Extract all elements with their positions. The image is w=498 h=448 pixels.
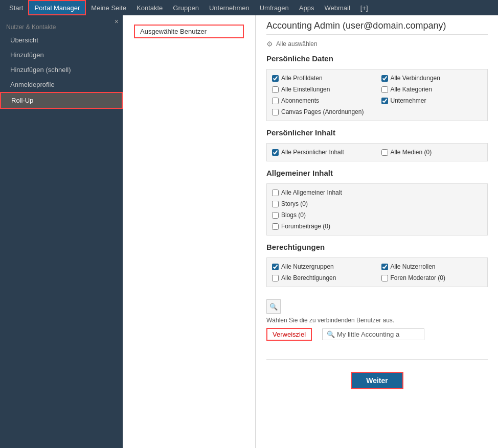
nav-item-plus[interactable]: [+] [355,0,373,15]
weiter-row: Weiter [266,365,488,396]
sidebar: × Nutzer & Kontakte Übersicht Hinzufügen… [0,15,123,448]
checkbox-blogs[interactable]: Blogs (0) [272,210,482,220]
nav-item-start[interactable]: Start [4,0,28,15]
search-icon: 🔍 [269,303,278,311]
sidebar-item-hinzufugen[interactable]: Hinzufügen [0,48,123,62]
select-all-label[interactable]: Alle auswählen [276,40,318,48]
search-row: 🔍 [266,299,488,314]
checkbox-alle-nutzergruppen[interactable]: Alle Nutzergruppen [272,262,373,271]
nav-item-webmail[interactable]: Webmail [319,0,355,15]
search-hint: Wählen Sie die zu verbindenden Benutzer … [266,317,488,324]
nav-item-meine-seite[interactable]: Meine Seite [86,0,131,15]
divider [266,359,488,360]
checkbox-alle-verbindungen[interactable]: Alle Verbindungen [381,74,483,83]
panel-title: Accounting Admin (user@domain.company) [266,20,488,35]
checkbox-grid-allgemeiner-inhalt: Alle Allgemeiner Inhalt Storys (0) Blogs… [266,183,488,235]
selected-users-label: Ausgewählte Benutzer [140,28,207,35]
gear-icon: ⚙ [266,40,273,48]
checkbox-alle-berechtigungen[interactable]: Alle Berechtigungen [272,273,373,282]
section-allgemeiner-inhalt: Allgemeiner Inhalt [266,169,488,179]
checkbox-canvas-pages[interactable]: Canvas Pages (Anordnungen) [272,107,373,116]
checkbox-alle-medien[interactable]: Alle Medien (0) [381,148,483,157]
selected-users-box: Ausgewählte Benutzer [134,25,244,38]
checkbox-storys[interactable]: Storys (0) [272,199,482,208]
left-col: Ausgewählte Benutzer [123,15,256,448]
weiter-button[interactable]: Weiter [351,372,403,389]
sidebar-item-rollup[interactable]: Roll-Up [0,92,123,109]
target-value: My little Accounting a [337,331,399,338]
checkbox-alle-einstellungen[interactable]: Alle Einstellungen [272,85,373,94]
verweisziel-button[interactable]: Verweisziel [266,328,312,341]
search-icon-box: 🔍 [266,299,281,314]
checkbox-unternehmer[interactable]: Unternehmer [381,96,483,105]
checkbox-foren-moderator[interactable]: Foren Moderator (0) [381,273,483,282]
sidebar-close-button[interactable]: × [115,17,119,26]
checkbox-alle-allgemeiner-inhalt[interactable]: Alle Allgemeiner Inhalt [272,188,482,197]
checkbox-alle-kategorien[interactable]: Alle Kategorien [381,85,483,94]
nav-item-umfragen[interactable]: Umfragen [255,0,294,15]
checkbox-alle-profildaten[interactable]: Alle Profildaten [272,74,373,83]
nav-item-apps[interactable]: Apps [294,0,320,15]
target-input-box[interactable]: 🔍 My little Accounting a [322,328,424,340]
checkbox-forumbeitrage[interactable]: Forumbeiträge (0) [272,222,482,231]
section-personliche-daten: Persönliche Daten [266,54,488,65]
main-layout: × Nutzer & Kontakte Übersicht Hinzufügen… [0,15,498,448]
target-row: Verweisziel 🔍 My little Accounting a [266,328,488,341]
nav-item-portal-manager[interactable]: Portal Manager [28,0,86,15]
bottom-section: 🔍 Wählen Sie die zu verbindenden Benutze… [266,294,488,354]
nav-item-unternehmen[interactable]: Unternehmen [204,0,255,15]
checkbox-alle-personlicher-inhalt[interactable]: Alle Persönlicher Inhalt [272,148,373,157]
nav-item-gruppen[interactable]: Gruppen [168,0,204,15]
sidebar-item-anmeldeprofile[interactable]: Anmeldeprofile [0,77,123,92]
nav-item-kontakte[interactable]: Kontakte [131,0,168,15]
right-panel: Accounting Admin (user@domain.company) ⚙… [256,15,498,448]
checkbox-abonnements[interactable]: Abonnements [272,96,373,105]
sidebar-item-ubersicht[interactable]: Übersicht [0,33,123,48]
checkbox-alle-nutzerrollen[interactable]: Alle Nutzerrollen [381,262,483,271]
checkbox-grid-berechtigungen: Alle Nutzergruppen Alle Nutzerrollen All… [266,257,488,287]
verweisziel-label: Verweisziel [273,331,306,338]
section-berechtigungen: Berechtigungen [266,243,488,253]
content-area: Ausgewählte Benutzer Accounting Admin (u… [123,15,498,448]
sidebar-item-hinzufugen-schnell[interactable]: Hinzufügen (schnell) [0,62,123,77]
content-columns: Ausgewählte Benutzer Accounting Admin (u… [123,15,498,448]
select-all-row: ⚙ Alle auswählen [266,40,488,48]
checkbox-grid-personlicher-inhalt: Alle Persönlicher Inhalt Alle Medien (0) [266,143,488,161]
search-small-icon: 🔍 [327,331,335,338]
checkbox-grid-personliche-daten: Alle Profildaten Alle Verbindungen Alle … [266,69,488,121]
sidebar-section-title: Nutzer & Kontakte [0,19,123,33]
top-nav: Start Portal Manager Meine Seite Kontakt… [0,0,498,15]
section-personlicher-inhalt: Persönlicher Inhalt [266,128,488,139]
